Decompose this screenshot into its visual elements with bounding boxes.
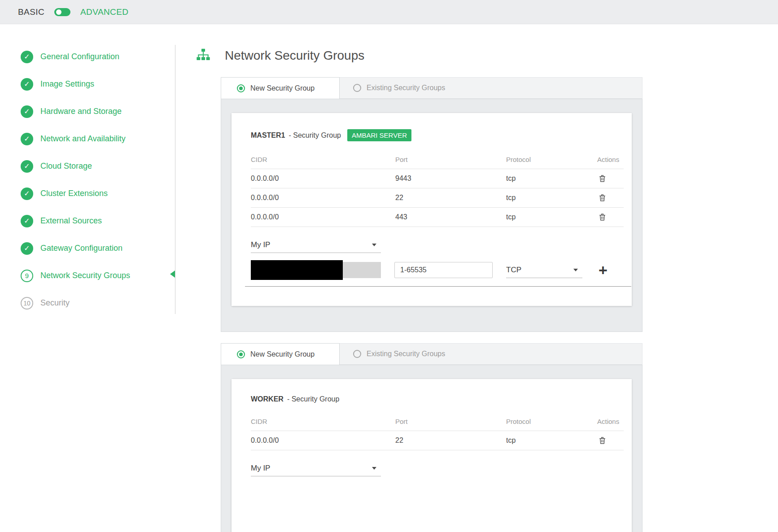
security-group-section-worker: New Security Group Existing Security Gro… <box>221 343 643 532</box>
sidebar-item-label: Network and Availability <box>40 134 126 144</box>
select-value: My IP <box>251 240 270 249</box>
check-icon: ✓ <box>21 51 33 63</box>
sidebar-item-label: Security <box>40 298 70 308</box>
page-header: Network Security Groups <box>196 48 364 64</box>
rules-table-header: CIDR Port Protocol Actions <box>251 153 624 169</box>
cell-cidr: 0.0.0.0/0 <box>251 213 395 221</box>
delete-rule-button[interactable] <box>598 174 608 183</box>
tab-label: Existing Security Groups <box>367 84 445 92</box>
sidebar-item-network-security-groups[interactable]: 9 Network Security Groups <box>21 266 130 285</box>
cell-port: 9443 <box>395 174 506 183</box>
new-rule-row: TCP + <box>245 262 631 287</box>
radio-unselected-icon <box>353 84 361 92</box>
cell-port: 443 <box>395 213 506 221</box>
col-header-protocol: Protocol <box>506 418 597 425</box>
security-group-card: WORKER - Security Group CIDR Port Protoc… <box>221 365 643 532</box>
col-header-protocol: Protocol <box>506 156 597 163</box>
sidebar-item-general-configuration[interactable]: ✓ General Configuration <box>21 48 130 66</box>
cell-cidr: 0.0.0.0/0 <box>251 194 395 202</box>
cell-protocol: tcp <box>506 174 597 183</box>
rules-table-header: CIDR Port Protocol Actions <box>251 415 624 431</box>
group-name: MASTER1 <box>251 131 285 140</box>
sitemap-icon <box>196 48 210 64</box>
select-value: My IP <box>251 464 270 473</box>
rules-table: CIDR Port Protocol Actions 0.0.0.0/0 22 … <box>251 415 624 450</box>
tab-label: Existing Security Groups <box>367 350 445 358</box>
col-header-actions: Actions <box>597 156 624 163</box>
sidebar-item-label: Gateway Configuration <box>40 244 122 253</box>
tab-label: New Security Group <box>250 84 315 92</box>
table-row: 0.0.0.0/0 22 tcp <box>251 188 624 208</box>
sidebar-item-label: Image Settings <box>40 79 94 89</box>
check-icon: ✓ <box>21 78 33 91</box>
tab-existing-security-groups[interactable]: Existing Security Groups <box>340 77 643 99</box>
col-header-port: Port <box>395 418 506 425</box>
tab-label: New Security Group <box>250 350 315 358</box>
check-icon: ✓ <box>21 160 33 173</box>
check-icon: ✓ <box>21 133 33 145</box>
sidebar-item-cloud-storage[interactable]: ✓ Cloud Storage <box>21 157 130 175</box>
col-header-cidr: CIDR <box>251 156 395 163</box>
chevron-down-icon <box>372 244 376 246</box>
delete-rule-button[interactable] <box>598 193 608 203</box>
group-name-suffix: - Security Group <box>287 395 339 403</box>
port-range-field[interactable] <box>394 262 493 278</box>
check-icon: ✓ <box>21 215 33 227</box>
tab-new-security-group[interactable]: New Security Group <box>221 77 340 99</box>
check-icon: ✓ <box>21 105 33 118</box>
sidebar-item-hardware-and-storage[interactable]: ✓ Hardware and Storage <box>21 102 130 121</box>
cidr-source-select[interactable]: My IP <box>251 237 381 253</box>
chevron-down-icon <box>372 467 376 470</box>
sidebar-item-label: Cloud Storage <box>40 161 92 171</box>
security-group-section-master1: New Security Group Existing Security Gro… <box>221 77 643 332</box>
step-number: 9 <box>21 270 33 282</box>
sidebar-item-label: Cluster Extensions <box>40 189 108 198</box>
table-row: 0.0.0.0/0 9443 tcp <box>251 169 624 188</box>
sidebar-item-gateway-configuration[interactable]: ✓ Gateway Configuration <box>21 239 130 257</box>
col-header-cidr: CIDR <box>251 418 395 425</box>
group-title: WORKER - Security Group <box>251 379 624 403</box>
security-group-card: MASTER1 - Security Group AMBARI SERVER C… <box>221 99 643 332</box>
sidebar-item-image-settings[interactable]: ✓ Image Settings <box>21 75 130 93</box>
ip-address-field[interactable] <box>251 262 381 278</box>
tab-existing-security-groups[interactable]: Existing Security Groups <box>340 343 643 365</box>
radio-selected-icon <box>237 350 245 358</box>
redacted-ip-value <box>251 260 343 280</box>
cell-port: 22 <box>395 194 506 202</box>
sidebar-item-label: Hardware and Storage <box>40 107 122 116</box>
sidebar-item-label: General Configuration <box>40 52 119 61</box>
tab-new-security-group[interactable]: New Security Group <box>221 343 340 365</box>
sidebar-item-security[interactable]: 10 Security <box>21 294 130 312</box>
step-number: 10 <box>21 297 33 310</box>
cell-protocol: tcp <box>506 194 597 202</box>
sidebar-item-cluster-extensions[interactable]: ✓ Cluster Extensions <box>21 184 130 203</box>
select-value: TCP <box>506 266 521 275</box>
advanced-label: ADVANCED <box>80 7 128 17</box>
sidebar-item-external-sources[interactable]: ✓ External Sources <box>21 212 130 230</box>
topbar: BASIC ADVANCED <box>0 0 778 24</box>
ambari-server-badge: AMBARI SERVER <box>347 129 411 141</box>
basic-label: BASIC <box>18 7 44 17</box>
cell-protocol: tcp <box>506 436 597 445</box>
col-header-port: Port <box>395 156 506 163</box>
col-header-actions: Actions <box>597 418 624 425</box>
security-group-panel: MASTER1 - Security Group AMBARI SERVER C… <box>232 113 632 306</box>
toggle-knob <box>56 9 61 15</box>
delete-rule-button[interactable] <box>598 436 608 445</box>
cell-cidr: 0.0.0.0/0 <box>251 174 395 183</box>
delete-rule-button[interactable] <box>598 212 608 222</box>
protocol-select[interactable]: TCP <box>506 262 582 278</box>
group-name-suffix: - Security Group <box>288 131 341 140</box>
tab-bar: New Security Group Existing Security Gro… <box>221 343 643 365</box>
check-icon: ✓ <box>21 242 33 255</box>
cell-protocol: tcp <box>506 213 597 221</box>
security-group-panel: WORKER - Security Group CIDR Port Protoc… <box>232 379 632 532</box>
sidebar-item-label: External Sources <box>40 216 102 226</box>
cidr-source-select[interactable]: My IP <box>251 460 381 476</box>
sidebar-divider <box>175 45 175 314</box>
basic-advanced-toggle[interactable] <box>54 8 70 16</box>
sidebar-item-network-and-availability[interactable]: ✓ Network and Availability <box>21 130 130 148</box>
chevron-down-icon <box>573 269 578 271</box>
add-rule-button[interactable]: + <box>593 262 613 278</box>
sidebar-item-label: Network Security Groups <box>40 271 130 280</box>
